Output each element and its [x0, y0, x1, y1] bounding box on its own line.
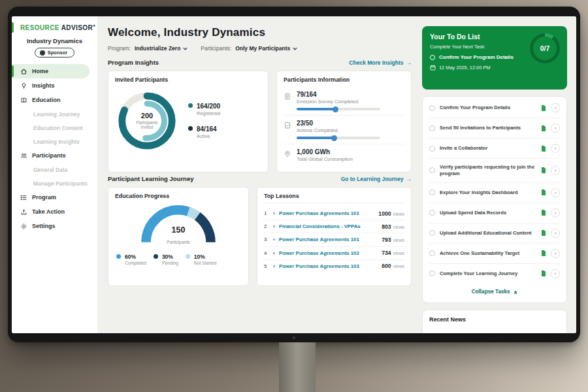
- main-content: Welcome, Industry Dynamics Program: Indu…: [97, 16, 419, 333]
- task-checkbox[interactable]: [429, 189, 435, 195]
- lesson-rank: 3: [264, 237, 269, 242]
- sidebar-item-learning-insights[interactable]: Learning Insights: [12, 135, 97, 148]
- task-row-invite-collaborator[interactable]: Invite a Collaborator ›: [429, 139, 560, 159]
- logo-text-dark: ADVISOR: [61, 24, 93, 31]
- task-doc-icon: [541, 167, 546, 173]
- task-chevron-button[interactable]: ›: [551, 269, 560, 278]
- invited-participants-card: Invited Participants 200: [108, 71, 269, 172]
- task-checkbox[interactable]: [429, 125, 435, 131]
- card-title: Invited Participants: [115, 76, 261, 83]
- check-more-insights-link[interactable]: Check More Insights →: [349, 59, 412, 66]
- sidebar-item-education-content[interactable]: Education Content: [12, 121, 97, 135]
- check-doc-icon: [284, 121, 291, 129]
- task-row-confirm-program[interactable]: Confirm Your Program Details ›: [429, 98, 560, 118]
- task-chevron-button[interactable]: ›: [551, 208, 560, 218]
- task-chevron-button[interactable]: ›: [551, 123, 560, 133]
- link-label: Check More Insights: [349, 59, 403, 66]
- sidebar-item-home[interactable]: Home: [12, 64, 90, 78]
- sidebar-item-education[interactable]: Education: [12, 93, 97, 107]
- book-icon: [20, 97, 27, 104]
- lesson-row: 1 Power Purchase Agreements 101 1000view…: [264, 207, 404, 220]
- task-checkbox[interactable]: [429, 250, 435, 256]
- task-chevron-button[interactable]: ›: [551, 166, 560, 175]
- participants-information-card: Participants Information 79/164 Emission…: [276, 71, 412, 172]
- task-row-verify-participants[interactable]: Verify participants requesting to join t…: [429, 159, 560, 183]
- lesson-link[interactable]: Power Purchase Agreements 102: [279, 250, 378, 256]
- sidebar-item-learning-journey[interactable]: Learning Journey: [12, 107, 97, 121]
- legend-item-registered: 164/200Registered: [188, 103, 220, 116]
- task-checkbox[interactable]: [429, 230, 435, 236]
- sidebar-item-participants[interactable]: Participants: [12, 148, 97, 163]
- sidebar-item-general-data[interactable]: General Data: [12, 163, 97, 176]
- legend-dot: [186, 254, 190, 259]
- clipboard-icon: [284, 92, 291, 101]
- sidebar-item-label: Learning Insights: [33, 139, 80, 145]
- legend-dot: [188, 126, 193, 131]
- chevron-down-icon: [183, 47, 188, 50]
- arrow-right-icon: →: [406, 176, 412, 182]
- top-lessons-card: Top Lessons 1 Power Purchase Agreements …: [257, 187, 412, 286]
- sidebar-item-label: Participants: [32, 152, 66, 159]
- sidebar-item-label: Settings: [32, 223, 56, 229]
- sidebar-item-insights[interactable]: Insights: [12, 78, 97, 93]
- lesson-link[interactable]: Financial Considerations - VPPAs: [279, 223, 378, 229]
- section-title: Program Insights: [108, 59, 159, 66]
- task-row-explore-insights[interactable]: Explore Your Insights Dashboard ›: [429, 183, 560, 203]
- sidebar-item-program[interactable]: Program: [12, 190, 97, 204]
- views-count: 734: [382, 250, 391, 256]
- task-checkbox[interactable]: [429, 105, 435, 111]
- lesson-link[interactable]: Power Purchase Agreements 101: [279, 210, 374, 216]
- task-chevron-button[interactable]: ›: [551, 249, 560, 258]
- legend-item-pending: 30%Pending: [154, 253, 178, 265]
- stat-actions-completed: 23/50 Actions Completed: [284, 116, 404, 144]
- sidebar-item-label: Take Action: [32, 208, 65, 215]
- task-row-upload-spend-data[interactable]: Upload Spend Data Records ›: [429, 203, 560, 223]
- task-row-achieve-target[interactable]: Achieve One Sustainability Target ›: [429, 244, 560, 264]
- views-count: 1000: [378, 210, 391, 217]
- sidebar-item-manage-participants[interactable]: Manage Participants: [12, 176, 97, 190]
- app-window: RESOURCE ADVISOR+ Industry Dynamics Spon…: [12, 16, 576, 333]
- task-doc-icon: [541, 250, 546, 256]
- sidebar-item-take-action[interactable]: Take Action: [12, 204, 97, 219]
- participants-select[interactable]: Only My Participants: [235, 45, 297, 52]
- task-row-send-invitations[interactable]: Send 50 Invitations to Participants ›: [429, 118, 560, 139]
- stat-emission-survey: 79/164 Emission Survey Completed: [284, 87, 404, 116]
- participants-select-value: Only My Participants: [235, 45, 290, 52]
- task-row-upload-educational-content[interactable]: Upload Additional Educational Content ›: [429, 223, 560, 244]
- program-insights-header: Program Insights Check More Insights →: [108, 59, 412, 66]
- legend-item-not-started: 10%Not Started: [186, 253, 216, 265]
- program-select[interactable]: Industrialize Zero: [135, 45, 188, 52]
- legend-item-active: 84/164Active: [188, 125, 220, 139]
- legend-dot: [116, 254, 121, 259]
- task-checkbox[interactable]: [429, 167, 435, 173]
- lesson-rank: 4: [264, 250, 269, 256]
- gauge-center-label: 150 Participants: [138, 226, 219, 246]
- sponsor-badge: Sponsor: [35, 48, 74, 57]
- sidebar: RESOURCE ADVISOR+ Industry Dynamics Spon…: [12, 16, 97, 333]
- task-chevron-button[interactable]: ›: [551, 188, 560, 197]
- task-checkbox[interactable]: [430, 55, 435, 60]
- learning-journey-header: Participant Learning Journey Go to Learn…: [108, 175, 412, 182]
- task-chevron-button[interactable]: ›: [551, 229, 560, 238]
- collapse-tasks-button[interactable]: Collapse Tasks ∧: [429, 284, 560, 301]
- task-checkbox[interactable]: [429, 210, 435, 216]
- filter-bar: Program: Industrialize Zero Participants…: [108, 45, 412, 52]
- sidebar-item-settings[interactable]: Settings: [12, 219, 97, 233]
- lesson-link[interactable]: Power Purchase Agreements 103: [279, 263, 378, 269]
- logo-text-green: RESOURCE: [20, 24, 59, 31]
- task-chevron-button[interactable]: ›: [551, 144, 560, 153]
- sidebar-item-label: Manage Participants: [33, 180, 88, 187]
- task-checkbox[interactable]: [429, 146, 435, 152]
- lesson-row: 2 Financial Considerations - VPPAs 803vi…: [264, 220, 404, 233]
- go-to-learning-journey-link[interactable]: Go to Learning Journey →: [341, 176, 412, 182]
- gear-icon: [20, 223, 27, 230]
- tasks-list-card: Confirm Your Program Details › Send 50 I…: [422, 96, 567, 303]
- task-doc-icon: [541, 125, 546, 131]
- task-chevron-button[interactable]: ›: [551, 103, 560, 112]
- program-label: Program:: [108, 45, 131, 52]
- task-row-complete-learning-journey[interactable]: Complete Your Learning Journey ›: [429, 264, 560, 284]
- lesson-link[interactable]: Power Purchase Agreements 101: [279, 237, 378, 242]
- lightbulb-icon: [20, 82, 27, 90]
- task-checkbox[interactable]: [429, 270, 435, 276]
- views-count: 793: [382, 237, 391, 243]
